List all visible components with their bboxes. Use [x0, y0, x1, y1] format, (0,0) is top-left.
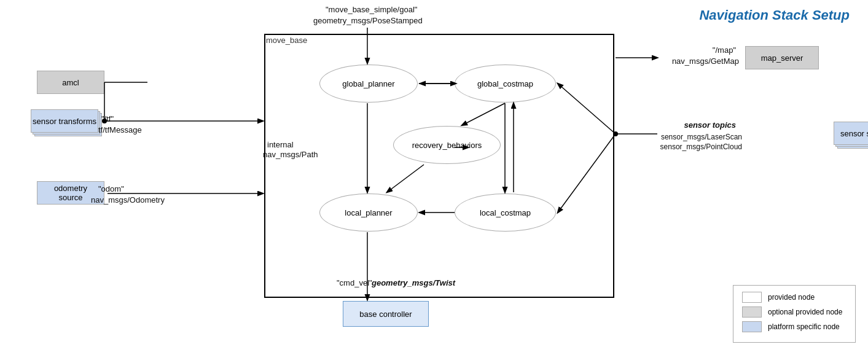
move-base-box — [264, 34, 614, 298]
amcl-node: amcl — [37, 71, 104, 94]
legend-row-optional: optional provided node — [742, 306, 846, 318]
cmd-vel-topic-label: "cmd_vel" — [337, 278, 372, 287]
map-msg-label: nav_msgs/GetMap — [672, 57, 739, 66]
sensor-msgs1-label: sensor_msgs/LaserScan — [661, 133, 742, 141]
move-base-label: move_base — [266, 36, 307, 45]
recovery-behaviors-node: recovery_behaviors — [393, 126, 501, 164]
global-planner-node: global_planner — [319, 64, 418, 103]
legend-swatch-platform — [742, 321, 762, 332]
sensor-topics-label: sensor topics — [684, 120, 736, 130]
legend-box: provided node optional provided node pla… — [733, 285, 856, 343]
map-server-node: map_server — [745, 46, 819, 69]
goal-topic-label: "move_base_simple/goal" — [326, 5, 417, 14]
legend-swatch-optional — [742, 306, 762, 318]
legend-swatch-provided — [742, 292, 762, 303]
internal-label: internal — [267, 140, 294, 149]
local-costmap-node: local_costmap — [455, 193, 556, 232]
internal-msg-label: nav_msgs/Path — [263, 150, 318, 159]
global-costmap-node: global_costmap — [455, 64, 556, 103]
page-title: Navigation Stack Setup — [699, 7, 850, 23]
odom-msg-label: nav_msgs/Odometry — [91, 195, 165, 205]
local-planner-node: local_planner — [319, 193, 418, 232]
legend-label-platform: platform specific node — [768, 322, 840, 331]
legend-label-provided: provided node — [768, 293, 815, 302]
cmd-vel-msg-label: geometry_msgs/Twist — [372, 278, 455, 287]
goal-msg-label: geometry_msgs/PoseStamped — [313, 16, 423, 25]
base-controller-node: base controller — [343, 301, 429, 327]
map-topic-label: "/map" — [713, 45, 736, 55]
tf-topic-label: "/tf" — [101, 114, 114, 123]
legend-row-platform: platform specific node — [742, 321, 846, 332]
tf-msg-label: tf/tfMessage — [98, 125, 142, 135]
legend-row-provided: provided node — [742, 292, 846, 303]
sensor-msgs2-label: sensor_msgs/PointCloud — [660, 142, 742, 151]
odom-topic-label: "odom" — [98, 184, 124, 193]
legend-label-optional: optional provided node — [768, 308, 842, 316]
